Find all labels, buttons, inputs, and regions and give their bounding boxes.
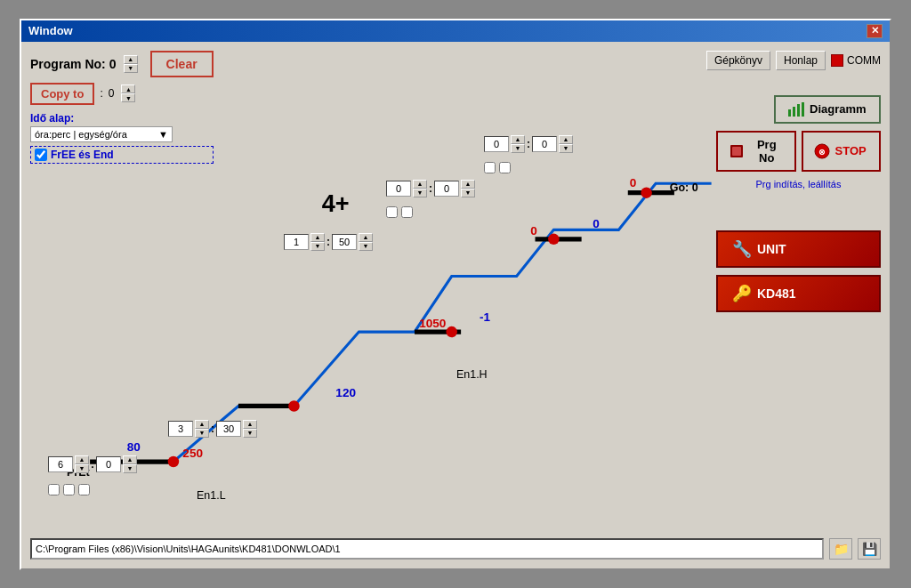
node4-time-spinner[interactable]: ▲ ▼ <box>461 180 475 197</box>
save-icon: 💾 <box>862 542 877 556</box>
node1-time-input[interactable] <box>96 456 121 472</box>
program-no-spinner[interactable]: ▲ ▼ <box>124 55 138 73</box>
en1h-label: En1.H <box>456 368 488 381</box>
unit-icon: 🔧 <box>732 239 752 259</box>
node3-down[interactable]: ▼ <box>310 242 325 251</box>
node4-time-down[interactable]: ▼ <box>461 189 475 197</box>
node-dot-4 <box>548 233 560 245</box>
filepath-input[interactable]: C:\Program Files (x86)\Vision\Units\HAGA… <box>30 538 824 560</box>
node1-time-spinner[interactable]: ▲ ▼ <box>123 455 137 473</box>
node4-spinner[interactable]: ▲ ▼ <box>413 180 427 197</box>
node1-controls: ▲ ▼ : ▲ ▼ <box>48 455 137 473</box>
node5-up[interactable]: ▲ <box>511 135 525 144</box>
node3-up[interactable]: ▲ <box>310 233 325 242</box>
clear-button[interactable]: Clear <box>150 51 214 77</box>
node2-up[interactable]: ▲ <box>195 420 209 429</box>
window-title: Window <box>28 24 73 37</box>
node4-cb2[interactable] <box>401 206 413 218</box>
node5-time-up[interactable]: ▲ <box>559 135 573 144</box>
stop-button[interactable]: ⊗ STOP <box>802 131 882 172</box>
node4-time-input[interactable] <box>434 181 459 197</box>
node2-spinner[interactable]: ▲ ▼ <box>195 420 209 438</box>
node1-down[interactable]: ▼ <box>75 464 89 473</box>
node4-value-input[interactable] <box>386 181 411 197</box>
node4-blue-label: 0 <box>593 217 600 230</box>
node1-value-input[interactable] <box>48 456 73 472</box>
node4-controls: ▲ ▼ : ▲ ▼ <box>386 180 475 197</box>
diagramm-icon <box>786 102 804 117</box>
honlap-button[interactable]: Honlap <box>776 51 826 70</box>
node5-spinner[interactable]: ▲ ▼ <box>511 135 525 153</box>
node2-down[interactable]: ▼ <box>195 429 209 438</box>
top-right-buttons: Gépkönyv Honlap COMM <box>706 51 881 70</box>
prg-row: Prg No ⊗ STOP <box>716 131 881 172</box>
kd481-button[interactable]: 🔑 KD481 <box>716 275 881 312</box>
free-end-checkbox[interactable] <box>35 149 47 161</box>
svg-rect-0 <box>788 109 791 117</box>
node5-cb2[interactable] <box>499 162 511 173</box>
node5-down[interactable]: ▼ <box>511 144 525 153</box>
chart-area: 250 80 PrEt 1050 120 0 -1 En1.H 0 0 Go: … <box>48 91 716 527</box>
folder-icon: 📁 <box>834 542 849 556</box>
svg-rect-5 <box>732 147 741 156</box>
gepkonyv-button[interactable]: Gépkönyv <box>706 51 770 70</box>
node1-spinner[interactable]: ▲ ▼ <box>75 455 89 473</box>
node3-time-down[interactable]: ▼ <box>359 242 373 251</box>
node1-red-label: 250 <box>182 446 203 459</box>
node5-time-spinner[interactable]: ▲ ▼ <box>559 135 573 153</box>
node3-value-input[interactable] <box>284 234 309 250</box>
program-no-down[interactable]: ▼ <box>124 64 138 73</box>
node1-cb3[interactable] <box>78 484 90 495</box>
node1-time-down[interactable]: ▼ <box>123 464 137 473</box>
node3-blue-label: -1 <box>480 310 491 323</box>
close-button[interactable]: ✕ <box>867 24 883 38</box>
node5-cb1[interactable] <box>484 162 496 173</box>
node2-time-input[interactable] <box>216 421 241 437</box>
program-no-up[interactable]: ▲ <box>124 55 138 64</box>
node1-cb1[interactable] <box>48 484 60 495</box>
node3-spinner[interactable]: ▲ ▼ <box>310 233 325 251</box>
save-button[interactable]: 💾 <box>858 538 881 560</box>
unit-label: UNIT <box>757 242 786 256</box>
program-no-label: Program No: <box>30 57 106 71</box>
title-bar: Window ✕ <box>21 20 890 42</box>
node5-checkboxes <box>484 162 511 173</box>
node3-time-up[interactable]: ▲ <box>359 233 373 242</box>
node1-checkboxes <box>48 484 90 495</box>
bottom-bar: C:\Program Files (x86)\Vision\Units\HAGA… <box>30 538 881 560</box>
comm-label: COMM <box>847 54 881 67</box>
comm-led <box>831 54 843 67</box>
diagramm-button[interactable]: Diagramm <box>774 95 881 124</box>
unit-button[interactable]: 🔧 UNIT <box>716 230 881 268</box>
folder-button[interactable]: 📁 <box>829 538 852 560</box>
svg-rect-2 <box>797 104 800 117</box>
node2-value-input[interactable] <box>168 421 193 437</box>
svg-rect-3 <box>802 102 804 117</box>
4plus-label: 4+ <box>322 189 350 216</box>
node5-time-input[interactable] <box>532 136 557 152</box>
node2-time-down[interactable]: ▼ <box>243 429 257 438</box>
node5-value-input[interactable] <box>484 136 509 152</box>
node5-time-down[interactable]: ▼ <box>559 144 573 153</box>
svg-text:⊗: ⊗ <box>818 148 826 157</box>
node2-time-up[interactable]: ▲ <box>243 420 257 429</box>
kd481-label: KD481 <box>757 286 796 301</box>
prg-no-label: Prg No <box>750 138 784 165</box>
node4-down[interactable]: ▼ <box>413 189 427 197</box>
node5-controls: ▲ ▼ : ▲ ▼ <box>484 135 573 153</box>
node1-cb2[interactable] <box>63 484 75 495</box>
node3-time-input[interactable] <box>332 234 357 250</box>
prg-no-button[interactable]: Prg No <box>716 131 796 172</box>
node4-up[interactable]: ▲ <box>413 180 427 189</box>
node2-time-spinner[interactable]: ▲ ▼ <box>243 420 257 438</box>
node-dot-5 <box>641 187 652 198</box>
node1-up[interactable]: ▲ <box>75 455 89 464</box>
node3-time-spinner[interactable]: ▲ ▼ <box>359 233 373 251</box>
node3-controls: ▲ ▼ : ▲ ▼ <box>284 233 373 251</box>
node1-time-up[interactable]: ▲ <box>123 455 137 464</box>
en1l-label: En1.L <box>197 488 226 501</box>
node2-colon: : <box>211 423 214 435</box>
node-dot-1 <box>168 455 180 467</box>
node4-cb1[interactable] <box>386 206 398 218</box>
node4-time-up[interactable]: ▲ <box>461 180 475 189</box>
